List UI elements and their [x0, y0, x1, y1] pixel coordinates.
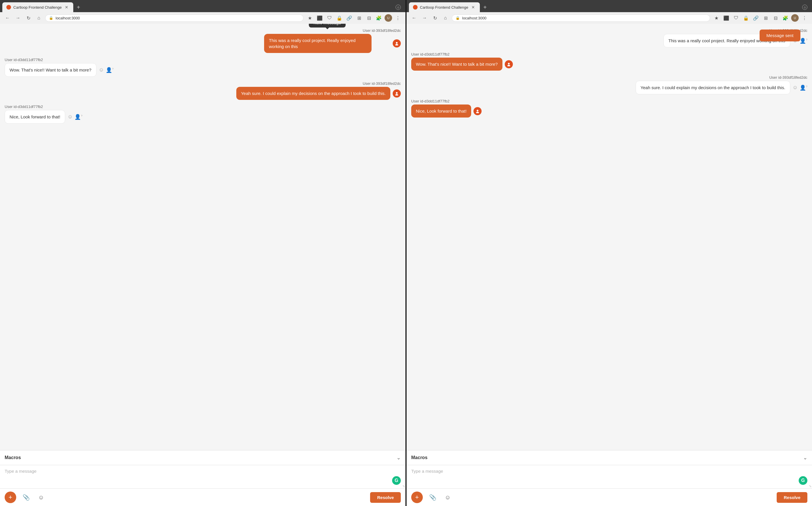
right-macros-label: Macros [411, 455, 427, 460]
right-active-tab[interactable]: Cartloop Frontend Challenge ✕ [409, 2, 480, 12]
left-attachment-button[interactable]: 📎 [21, 492, 31, 503]
right-extensions-button[interactable]: ⬛ [722, 14, 730, 22]
left-new-message-tooltip: New message [309, 24, 346, 27]
right-message-actions-3: ☺ 👤? [793, 85, 807, 91]
left-grammarly-icon: G [392, 476, 401, 485]
left-nav-icons: ★ ⬛ 🛡 🔒 🔗 ⊞ ⊟ 🧩 U ⋮ [306, 14, 402, 22]
right-reload-button[interactable]: ↻ [431, 14, 439, 22]
right-plus-button[interactable]: + [411, 492, 423, 503]
left-emoji-icon-4[interactable]: ☺ [68, 114, 73, 120]
right-tab-bar: Cartloop Frontend Challenge ✕ + ⊙ [407, 0, 812, 12]
right-resolve-button[interactable]: Resolve [777, 492, 807, 503]
left-browser-window: Cartloop Frontend Challenge ✕ + ⊙ ← → ↻ … [0, 0, 405, 506]
left-chevron-icon: ⌄ [396, 454, 401, 461]
left-avatar-3 [393, 89, 401, 98]
right-new-tab-button[interactable]: + [481, 3, 489, 12]
left-emoji-button[interactable]: ☺ [36, 492, 46, 503]
left-windows-button[interactable]: ⊟ [365, 14, 373, 22]
right-message-group-3: User id-393df18fed2dc Yeah sure. I could… [411, 75, 807, 94]
left-tab-close[interactable]: ✕ [64, 5, 69, 10]
left-lock-icon: 🔒 [49, 16, 53, 20]
left-menu-button[interactable]: ⋮ [394, 14, 402, 22]
right-message-bubble-3: Yeah sure. I could explain my decisions … [636, 81, 790, 94]
left-back-button[interactable]: ← [3, 14, 12, 22]
right-macros-bar[interactable]: Macros ⌄ [407, 450, 812, 465]
left-lock2-button[interactable]: 🔒 [335, 14, 343, 22]
right-address-bar[interactable]: 🔒 localhost:3000 [452, 14, 710, 22]
right-tab-close[interactable]: ✕ [471, 5, 476, 10]
left-message-input-area[interactable]: Type a message G ⤡ [0, 465, 405, 488]
right-menu-button[interactable]: ⋮ [800, 14, 809, 22]
left-person-icon-2[interactable]: 👤? [106, 67, 113, 73]
right-bookmark-button[interactable]: ★ [712, 14, 721, 22]
left-profile-icon: ⊙ [396, 5, 401, 10]
left-nav-bar: ← → ↻ ⌂ 🔒 localhost:3000 ★ ⬛ 🛡 🔒 🔗 ⊞ ⊟ 🧩… [0, 12, 405, 24]
right-message-input-area[interactable]: Type a message G ⤡ [407, 465, 812, 488]
left-chain-button[interactable]: 🔗 [345, 14, 353, 22]
right-person-icon-1[interactable]: 👤? [800, 37, 807, 44]
left-message-bubble-3: Yeah sure. I could explain my decisions … [236, 87, 390, 100]
right-message-group-4: User id-d3dd11df77fb2 Nice, Look forward… [411, 99, 807, 117]
right-chain-button[interactable]: 🔗 [752, 14, 760, 22]
svg-point-3 [395, 94, 398, 95]
right-avatar-4 [474, 107, 482, 115]
left-tooltip-wrapper: New message This was a really cool proje… [264, 34, 390, 53]
left-new-tab-button[interactable]: + [74, 3, 83, 12]
right-sender-2: User id-d3dd11df77fb2 [411, 52, 807, 57]
left-person-icon-4[interactable]: 👤? [74, 114, 82, 120]
right-message-row-2: Wow. That's nice!! Want to talk a bit mo… [411, 58, 807, 71]
left-bookmark-button[interactable]: ★ [306, 14, 314, 22]
left-message-group-1: User id-393df18fed2dc New message This w… [5, 28, 401, 53]
left-active-tab[interactable]: Cartloop Frontend Challenge ✕ [2, 2, 73, 12]
svg-point-4 [508, 63, 510, 65]
left-resize-handle: ⤡ [403, 485, 405, 488]
right-chat-container: Message sent User id-393df18fed2dc This … [407, 24, 812, 506]
svg-point-0 [396, 42, 398, 44]
left-home-button[interactable]: ⌂ [35, 14, 43, 22]
left-user-avatar[interactable]: U [385, 14, 392, 22]
right-grid-button[interactable]: ⊞ [761, 14, 770, 22]
right-back-button[interactable]: ← [410, 14, 418, 22]
right-user-avatar[interactable]: U [791, 14, 799, 22]
left-address-bar[interactable]: 🔒 localhost:3000 [45, 14, 304, 22]
right-messages-area: Message sent User id-393df18fed2dc This … [407, 24, 812, 450]
right-tab-title: Cartloop Frontend Challenge [420, 5, 468, 10]
right-puzzle-button[interactable]: 🧩 [781, 14, 790, 22]
right-message-row-1: This was a really cool project. Really e… [411, 34, 807, 48]
left-extensions-button[interactable]: ⬛ [316, 14, 324, 22]
right-message-row-4: Nice, Look forward to that! [411, 104, 807, 117]
right-message-bubble-2: Wow. That's nice!! Want to talk a bit mo… [411, 58, 502, 71]
right-forward-button[interactable]: → [420, 14, 428, 22]
svg-point-1 [395, 44, 398, 46]
left-forward-button[interactable]: → [14, 14, 22, 22]
svg-point-6 [477, 110, 478, 111]
right-url: localhost:3000 [462, 16, 487, 20]
right-emoji-button[interactable]: ☺ [442, 492, 453, 503]
left-emoji-icon-2[interactable]: ☺ [99, 67, 104, 73]
right-person-icon-3[interactable]: 👤? [800, 85, 807, 91]
left-message-row-1: New message This was a really cool proje… [5, 34, 401, 53]
left-macros-bar[interactable]: Macros ⌄ [0, 450, 405, 465]
right-emoji-icon-3[interactable]: ☺ [793, 85, 798, 91]
right-profile-icon: ⊙ [802, 5, 807, 10]
right-lock2-button[interactable]: 🔒 [742, 14, 750, 22]
right-browser-window: Cartloop Frontend Challenge ✕ + ⊙ ← → ↻ … [407, 0, 812, 506]
left-resolve-button[interactable]: Resolve [370, 492, 401, 503]
right-shield-button[interactable]: 🛡 [732, 14, 740, 22]
left-puzzle-button[interactable]: 🧩 [375, 14, 383, 22]
left-shield-button[interactable]: 🛡 [325, 14, 334, 22]
right-windows-button[interactable]: ⊟ [772, 14, 780, 22]
right-attachment-button[interactable]: 📎 [427, 492, 438, 503]
left-sender-3: User id-393df18fed2dc [5, 81, 401, 86]
left-message-group-2: User id-d3dd11df77fb2 Wow. That's nice!!… [5, 58, 401, 77]
left-macros-label: Macros [5, 455, 21, 460]
right-tab-favicon [413, 5, 418, 10]
left-message-bubble-2: Wow. That's nice!! Want to talk a bit mo… [5, 63, 96, 77]
left-plus-button[interactable]: + [5, 492, 16, 503]
left-reload-button[interactable]: ↻ [24, 14, 32, 22]
right-home-button[interactable]: ⌂ [441, 14, 450, 22]
left-grid-button[interactable]: ⊞ [355, 14, 363, 22]
tab-favicon [6, 5, 11, 10]
left-sender-1: User id-393df18fed2dc [5, 28, 401, 33]
left-chat-container: User id-393df18fed2dc New message This w… [0, 24, 405, 506]
